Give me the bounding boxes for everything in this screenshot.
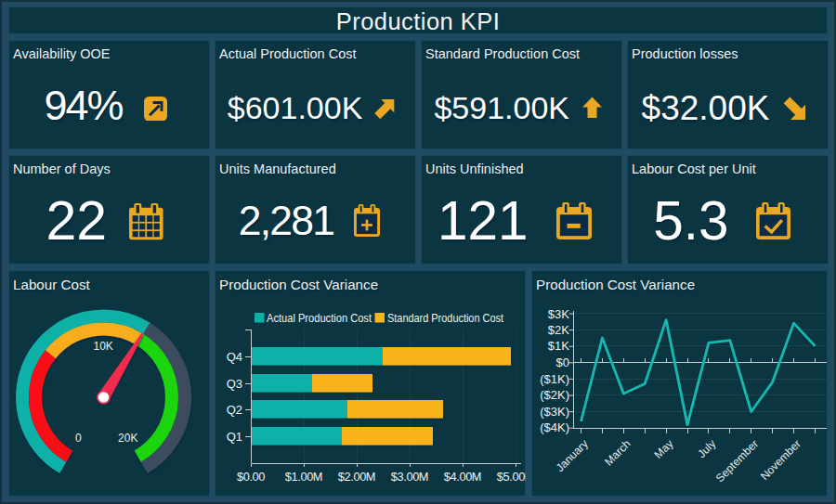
svg-text:$0: $0 (556, 355, 569, 369)
svg-text:$2.00M: $2.00M (338, 470, 375, 484)
svg-text:$4.00M: $4.00M (444, 470, 481, 484)
svg-text:($3K): ($3K) (540, 405, 569, 419)
svg-text:March: March (602, 437, 633, 468)
svg-text:$1.00M: $1.00M (285, 470, 322, 484)
svg-text:September: September (713, 437, 761, 485)
svg-text:($4K): ($4K) (540, 420, 569, 434)
svg-text:$2K: $2K (548, 323, 569, 337)
svg-text:January: January (554, 437, 591, 474)
svg-text:Q4: Q4 (227, 350, 242, 364)
svg-text:$1K: $1K (548, 339, 569, 353)
svg-text:Q1: Q1 (227, 430, 242, 444)
svg-text:$3K: $3K (548, 307, 569, 321)
svg-text:$5.00M: $5.00M (497, 470, 526, 484)
svg-text:20K: 20K (118, 432, 137, 445)
svg-text:Q3: Q3 (227, 377, 242, 391)
svg-text:Standard Production Cost: Standard Production Cost (387, 311, 503, 325)
svg-text:Q2: Q2 (227, 403, 242, 417)
svg-text:10K: 10K (94, 340, 113, 353)
svg-text:May: May (652, 437, 676, 461)
svg-text:July: July (695, 437, 718, 460)
svg-text:$3.00M: $3.00M (391, 470, 428, 484)
svg-text:0: 0 (75, 432, 82, 445)
svg-text:November: November (758, 437, 803, 483)
svg-text:$0.00: $0.00 (237, 470, 265, 484)
svg-text:Actual Production Cost: Actual Production Cost (267, 311, 372, 325)
svg-text:($2K): ($2K) (540, 388, 569, 402)
svg-text:($1K): ($1K) (540, 372, 569, 386)
